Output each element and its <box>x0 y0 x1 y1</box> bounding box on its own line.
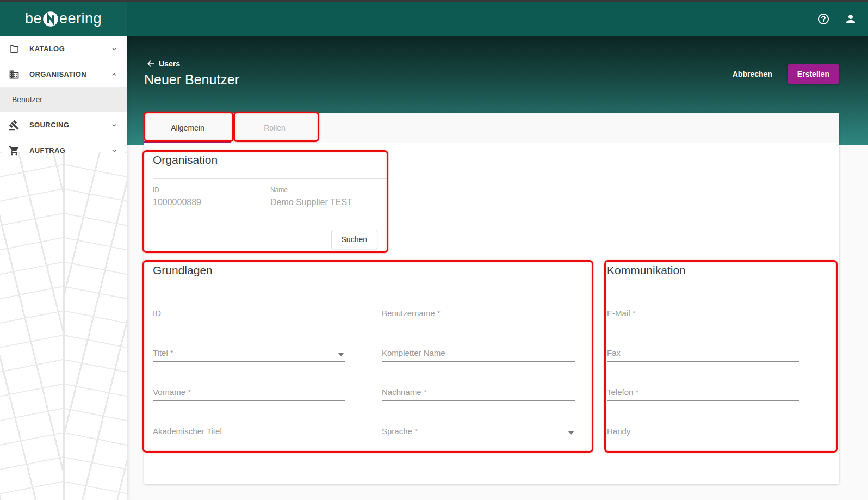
page-title: Neuer Benutzer <box>144 72 239 88</box>
window-top-edge <box>0 0 868 2</box>
chevron-down-icon <box>110 45 118 53</box>
handy-field[interactable]: Handy <box>607 423 799 440</box>
telefon-field[interactable]: Telefon * <box>607 384 799 401</box>
org-name-field: Name Demo Supplier TEST <box>270 186 388 212</box>
kompletter-name-field[interactable]: Kompletter Name <box>382 344 575 362</box>
chevron-down-icon <box>110 147 118 155</box>
section-title: Organisation <box>153 153 388 166</box>
folder-icon <box>9 44 20 54</box>
section-title: Kommunikation <box>607 264 829 277</box>
active-tab-indicator <box>144 141 231 143</box>
section-grundlagen: Grundlagen ID Benutzername * Titel * Kom… <box>153 264 575 449</box>
cart-icon <box>9 145 20 156</box>
org-name-label: Name <box>270 186 388 194</box>
org-id-label: ID <box>153 186 262 194</box>
section-organisation: Organisation ID 1000000889 Name Demo Sup… <box>153 153 388 251</box>
tab-bar: Allgemein Rollen <box>144 113 839 143</box>
form-card: Allgemein Rollen Organisation ID 1000000… <box>144 113 839 484</box>
section-title: Grundlagen <box>153 264 575 277</box>
gavel-icon <box>9 120 20 131</box>
nachname-field[interactable]: Nachname * <box>382 384 575 401</box>
account-icon[interactable] <box>844 13 857 26</box>
dropdown-arrow-icon <box>568 431 574 435</box>
back-arrow-icon <box>146 59 156 69</box>
titel-select[interactable]: Titel * <box>153 344 345 362</box>
id-field: ID <box>153 305 345 322</box>
section-divider <box>153 291 575 291</box>
chevron-down-icon <box>110 121 118 129</box>
sidebar-item-katalog[interactable]: KATALOG <box>0 36 127 61</box>
sidebar: KATALOG ORGANISATION Benutzer SOURCING A… <box>0 36 127 500</box>
sidebar-item-auftrag[interactable]: AUFTRAG <box>0 138 127 163</box>
logo-n-icon <box>42 11 59 27</box>
back-link-users[interactable]: Users <box>146 59 180 69</box>
logo-block[interactable]: be eering <box>0 2 127 36</box>
org-id-field: ID 1000000889 <box>153 186 262 212</box>
sidebar-item-benutzer-selected[interactable]: Benutzer <box>0 87 127 112</box>
akademischer-titel-field[interactable]: Akademischer Titel <box>153 423 345 440</box>
email-field[interactable]: E-Mail * <box>607 305 799 322</box>
logo-text-pre: be <box>25 10 42 27</box>
sidebar-item-label: ORGANISATION <box>29 70 110 78</box>
help-icon[interactable] <box>817 13 830 26</box>
app-topbar: be eering <box>0 2 868 36</box>
sidebar-subitem-label: Benutzer <box>12 95 42 104</box>
logo-text-post: eering <box>59 10 102 27</box>
sidebar-item-organisation[interactable]: ORGANISATION <box>0 61 127 87</box>
create-button[interactable]: Erstellen <box>788 64 839 84</box>
chevron-up-icon <box>110 71 118 78</box>
beneering-logo: be eering <box>25 10 102 27</box>
fax-field[interactable]: Fax <box>607 344 799 362</box>
tab-allgemein[interactable]: Allgemein <box>144 113 231 143</box>
vorname-field[interactable]: Vorname * <box>153 384 345 401</box>
cancel-button[interactable]: Abbrechen <box>733 70 772 78</box>
org-id-value: 1000000889 <box>153 197 262 212</box>
section-kommunikation: Kommunikation E-Mail * Fax Telefon * Han… <box>607 264 829 449</box>
org-name-value: Demo Supplier TEST <box>270 197 388 212</box>
benutzername-field[interactable]: Benutzername * <box>382 305 575 322</box>
back-link-label: Users <box>159 59 180 68</box>
building-background-art <box>0 152 127 500</box>
sidebar-item-sourcing[interactable]: SOURCING <box>0 112 127 138</box>
search-button[interactable]: Suchen <box>331 230 377 249</box>
sidebar-item-label: KATALOG <box>29 45 110 53</box>
section-divider <box>607 291 829 291</box>
sidebar-item-label: SOURCING <box>29 121 110 129</box>
section-divider <box>153 178 388 179</box>
sidebar-item-label: AUFTRAG <box>29 146 110 155</box>
domain-icon <box>9 69 20 80</box>
sprache-select[interactable]: Sprache * <box>382 423 575 440</box>
dropdown-arrow-icon <box>338 353 344 356</box>
tab-rollen[interactable]: Rollen <box>231 113 318 143</box>
